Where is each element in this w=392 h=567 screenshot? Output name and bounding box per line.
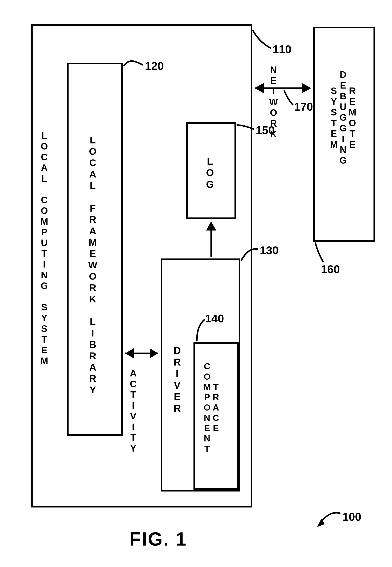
svg-marker-6 <box>254 83 264 93</box>
remote-debugging-system-label: REMOTE DEBUGGING SYSTEM <box>329 69 357 166</box>
figure-caption: FIG. 1 <box>129 528 187 550</box>
network-double-arrow <box>254 83 311 93</box>
svg-marker-8 <box>317 519 325 527</box>
leader-100 <box>317 513 340 527</box>
driver-label: DRIVER <box>172 345 182 414</box>
leader-160 <box>315 243 323 262</box>
ref-120: 120 <box>145 59 164 72</box>
trace-component-label: TRACE COMPONENT <box>203 361 220 454</box>
ref-110: 110 <box>273 43 292 56</box>
leader-170 <box>284 91 293 105</box>
diagram-figure: LOCAL COMPUTING SYSTEM LOCAL FRAMEWORK L… <box>0 0 392 567</box>
log-label: LOG <box>205 156 215 190</box>
activity-label: ACTIVITY <box>128 368 138 454</box>
ref-140: 140 <box>205 312 224 325</box>
local-computing-system-title: LOCAL COMPUTING SYSTEM <box>40 130 49 366</box>
leader-110 <box>253 30 270 48</box>
ref-130: 130 <box>260 244 279 257</box>
ref-170: 170 <box>294 100 313 113</box>
ref-160: 160 <box>321 263 340 276</box>
svg-marker-7 <box>302 83 311 93</box>
ref-150: 150 <box>256 124 275 137</box>
ref-100: 100 <box>342 510 361 523</box>
local-framework-library-label: LOCAL FRAMEWORK LIBRARY <box>88 135 98 396</box>
